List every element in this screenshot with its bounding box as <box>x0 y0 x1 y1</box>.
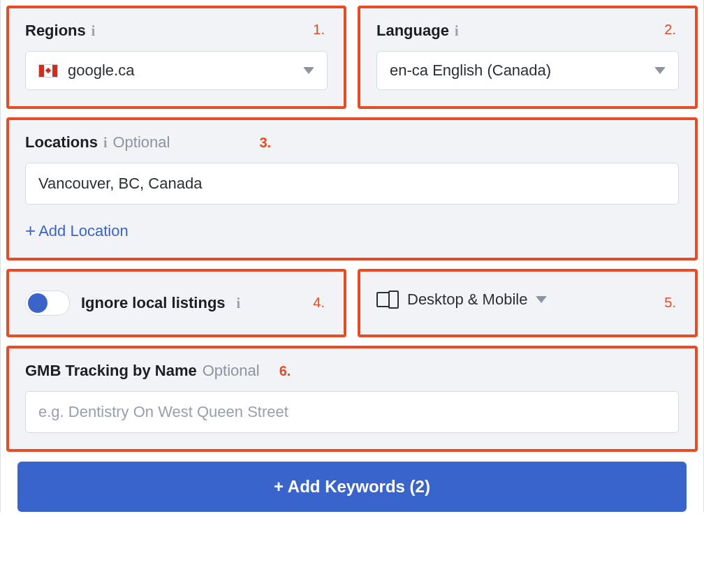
regions-panel: Regions i 1. google.ca <box>8 7 345 108</box>
language-dropdown[interactable]: en-ca English (Canada) <box>376 51 679 90</box>
plus-icon: + <box>25 220 36 242</box>
device-panel: Desktop & Mobile 5. <box>359 270 696 336</box>
chevron-down-icon <box>536 296 547 303</box>
locations-optional: Optional <box>112 133 170 152</box>
info-icon[interactable]: i <box>237 295 241 311</box>
gmb-input[interactable] <box>25 391 679 433</box>
locations-label: Locations i Optional 3. <box>25 133 679 152</box>
annotation-4: 4. <box>313 295 325 311</box>
ignore-listings-panel: Ignore local listings i 4. <box>8 270 345 336</box>
ignore-listings-label: Ignore local listings <box>81 294 226 312</box>
add-location-button[interactable]: + Add Location <box>25 220 129 242</box>
gmb-panel: GMB Tracking by Name Optional 6. <box>8 347 696 450</box>
locations-label-text: Locations <box>25 133 98 152</box>
ca-flag-icon <box>38 64 58 78</box>
locations-panel: Locations i Optional 3. + Add Location <box>8 119 696 259</box>
language-selected: en-ca English (Canada) <box>390 61 551 80</box>
device-dropdown[interactable]: Desktop & Mobile <box>376 278 679 321</box>
annotation-1: 1. <box>313 22 325 38</box>
regions-label: Regions i <box>25 22 328 40</box>
regions-label-text: Regions <box>25 22 86 40</box>
annotation-6: 6. <box>279 363 291 379</box>
language-label-text: Language <box>376 22 449 40</box>
devices-icon <box>376 291 399 309</box>
device-label: Desktop & Mobile <box>407 291 527 309</box>
language-label: Language i <box>376 22 679 40</box>
info-icon[interactable]: i <box>455 23 459 39</box>
gmb-optional: Optional <box>203 362 260 380</box>
regions-selected: google.ca <box>68 61 134 80</box>
toggle-knob <box>28 293 47 313</box>
info-icon[interactable]: i <box>103 135 108 151</box>
locations-input[interactable] <box>25 163 679 205</box>
regions-dropdown[interactable]: google.ca <box>25 51 328 90</box>
language-panel: Language i 2. en-ca English (Canada) <box>359 7 696 108</box>
ignore-listings-toggle[interactable] <box>25 291 70 316</box>
info-icon[interactable]: i <box>91 23 96 39</box>
chevron-down-icon <box>654 67 666 74</box>
gmb-label-text: GMB Tracking by Name <box>25 362 197 380</box>
annotation-3: 3. <box>259 135 271 151</box>
add-keywords-button[interactable]: + Add Keywords (2) <box>17 462 687 512</box>
add-location-label: Add Location <box>38 222 128 240</box>
annotation-2: 2. <box>664 22 676 38</box>
chevron-down-icon <box>303 67 314 74</box>
gmb-label: GMB Tracking by Name Optional 6. <box>25 362 679 380</box>
annotation-5: 5. <box>664 295 676 311</box>
